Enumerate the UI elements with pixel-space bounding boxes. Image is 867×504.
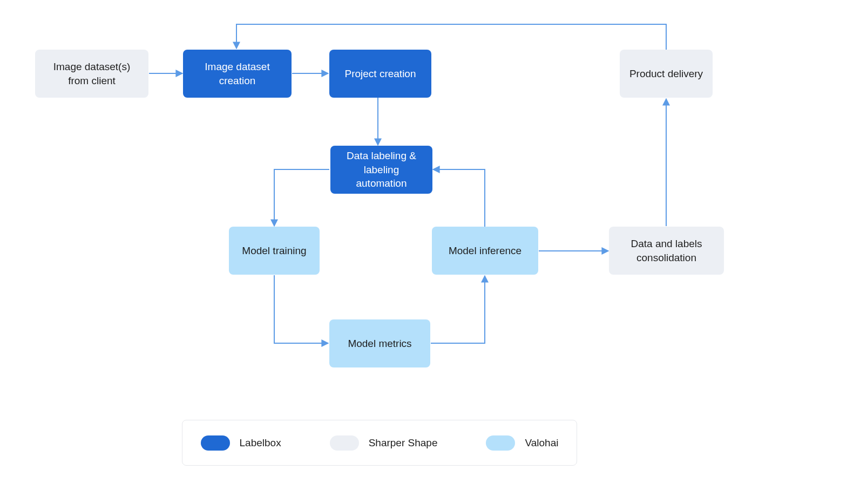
legend-label: Labelbox	[240, 437, 281, 449]
node-label: Data labeling & labeling automation	[338, 149, 425, 190]
node-label: Data and labels consolidation	[617, 237, 716, 264]
node-label: Project creation	[344, 67, 416, 81]
edge-labeling-to-training	[274, 169, 329, 226]
legend-swatch-valohai	[486, 435, 515, 451]
legend: Labelbox Sharper Shape Valohai	[182, 420, 577, 466]
node-label: Image dataset(s) from client	[43, 60, 141, 87]
node-label: Model training	[242, 244, 306, 258]
legend-item-labelbox: Labelbox	[201, 435, 281, 451]
node-label: Model inference	[449, 244, 521, 258]
node-project-creation: Project creation	[329, 50, 431, 98]
node-product-delivery: Product delivery	[620, 50, 713, 98]
legend-swatch-sharper-shape	[330, 435, 359, 451]
node-model-training: Model training	[229, 227, 320, 275]
edge-delivery-to-creation	[236, 24, 666, 50]
legend-item-valohai: Valohai	[486, 435, 558, 451]
legend-label: Valohai	[525, 437, 558, 449]
node-image-dataset-from-client: Image dataset(s) from client	[35, 50, 148, 98]
legend-swatch-labelbox	[201, 435, 230, 451]
legend-label: Sharper Shape	[369, 437, 438, 449]
legend-item-sharper-shape: Sharper Shape	[330, 435, 438, 451]
edge-training-to-metrics	[274, 275, 328, 343]
node-data-labels-consolidation: Data and labels consolidation	[609, 227, 724, 275]
node-label: Product delivery	[629, 67, 703, 81]
node-label: Model metrics	[348, 337, 411, 351]
diagram-canvas: Image dataset(s) from client Image datas…	[0, 0, 867, 504]
edge-inference-to-labeling	[433, 169, 485, 227]
node-label: Image dataset creation	[191, 60, 284, 87]
node-data-labeling: Data labeling & labeling automation	[330, 146, 432, 194]
node-image-dataset-creation: Image dataset creation	[183, 50, 292, 98]
node-model-inference: Model inference	[432, 227, 538, 275]
node-model-metrics: Model metrics	[329, 319, 430, 367]
edge-metrics-to-inference	[431, 276, 485, 343]
